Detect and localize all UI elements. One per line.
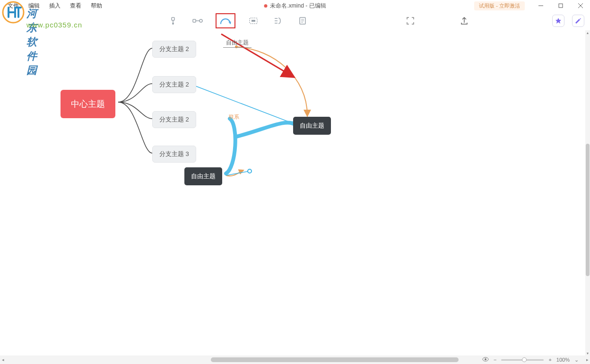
branch-topic-3[interactable]: 分支主题 2 bbox=[152, 111, 196, 128]
zoom-slider[interactable] bbox=[501, 359, 544, 361]
toolbar bbox=[0, 11, 590, 30]
svg-marker-21 bbox=[555, 18, 561, 24]
menu-view[interactable]: 查看 bbox=[65, 2, 86, 10]
menu-bar: 文件 编辑 插入 查看 帮助 未命名.xmind - 已编辑 试用版 - 立即激… bbox=[0, 0, 590, 11]
zoom-in-icon[interactable]: + bbox=[548, 357, 551, 363]
free-topic-2[interactable]: 自由主题 bbox=[184, 167, 222, 185]
scroll-right-arrow-icon[interactable]: ▸ bbox=[584, 357, 590, 362]
summary-icon[interactable] bbox=[271, 14, 285, 27]
free-topic-1[interactable]: 自由主题 bbox=[293, 117, 331, 135]
link-topic-icon[interactable] bbox=[191, 14, 204, 27]
floating-topic-label[interactable]: 自由主题 bbox=[223, 39, 252, 48]
horizontal-scrollbar[interactable]: ◂ ▸ − + 100% ⌄ bbox=[0, 355, 590, 364]
branch-label: 分支主题 2 bbox=[159, 116, 189, 123]
menu-edit[interactable]: 编辑 bbox=[24, 2, 44, 10]
svg-line-26 bbox=[226, 171, 250, 175]
subtopic-icon[interactable] bbox=[166, 14, 180, 27]
theme-button[interactable] bbox=[572, 15, 584, 27]
central-topic[interactable]: 中心主题 bbox=[61, 90, 115, 118]
scroll-left-arrow-icon[interactable]: ◂ bbox=[0, 357, 6, 362]
svg-point-7 bbox=[172, 23, 174, 25]
mindmap-canvas[interactable]: 中心主题 分支主题 2 分支主题 2 分支主题 2 分支主题 3 自由主题 自由… bbox=[0, 30, 585, 355]
svg-rect-2 bbox=[559, 4, 563, 8]
vertical-scroll-thumb[interactable] bbox=[586, 144, 590, 276]
branch-label: 分支主题 2 bbox=[159, 81, 189, 88]
svg-rect-5 bbox=[172, 17, 174, 20]
branch-label: 分支主题 2 bbox=[159, 45, 189, 52]
horizontal-scroll-thumb[interactable] bbox=[211, 357, 459, 362]
relationship-label[interactable]: 联系 bbox=[229, 113, 239, 121]
modified-dot-icon bbox=[264, 4, 267, 8]
free-topic-label: 自由主题 bbox=[300, 122, 324, 129]
branch-topic-1[interactable]: 分支主题 2 bbox=[152, 41, 196, 58]
trial-badge[interactable]: 试用版 - 立即激活 bbox=[474, 1, 525, 10]
menu-insert[interactable]: 插入 bbox=[44, 2, 65, 10]
svg-rect-13 bbox=[252, 20, 255, 22]
svg-rect-8 bbox=[193, 19, 196, 22]
central-topic-label: 中心主题 bbox=[71, 99, 105, 109]
svg-point-10 bbox=[200, 19, 202, 22]
visibility-eye-icon[interactable] bbox=[482, 357, 489, 363]
star-button[interactable] bbox=[552, 15, 564, 27]
close-button[interactable] bbox=[571, 0, 590, 11]
share-icon[interactable] bbox=[458, 14, 471, 27]
maximize-button[interactable] bbox=[551, 0, 570, 11]
zoom-slider-thumb[interactable] bbox=[522, 357, 527, 362]
zoom-value[interactable]: 100% bbox=[556, 357, 570, 363]
boundary-icon[interactable] bbox=[247, 14, 260, 27]
branch-topic-2[interactable]: 分支主题 2 bbox=[152, 76, 196, 93]
zoom-out-icon[interactable]: − bbox=[494, 357, 496, 363]
title-text: 未命名.xmind - 已编辑 bbox=[270, 2, 326, 10]
vertical-scrollbar[interactable]: ▴ ▾ bbox=[585, 30, 590, 355]
svg-point-27 bbox=[248, 169, 252, 173]
svg-point-30 bbox=[485, 358, 486, 360]
minimize-button[interactable] bbox=[531, 0, 550, 11]
scroll-up-arrow-icon[interactable]: ▴ bbox=[585, 30, 590, 35]
scroll-down-arrow-icon[interactable]: ▾ bbox=[585, 351, 590, 355]
menu-help[interactable]: 帮助 bbox=[86, 2, 107, 10]
relationship-icon[interactable] bbox=[216, 13, 235, 28]
fullscreen-icon[interactable] bbox=[404, 14, 417, 27]
branch-topic-4[interactable]: 分支主题 3 bbox=[152, 146, 196, 163]
window-title: 未命名.xmind - 已编辑 bbox=[264, 2, 326, 10]
branch-label: 分支主题 3 bbox=[159, 150, 189, 157]
free-topic-label: 自由主题 bbox=[191, 173, 216, 180]
menu-file[interactable]: 文件 bbox=[3, 2, 24, 10]
svg-line-23 bbox=[194, 86, 295, 124]
zoom-dropdown-icon[interactable]: ⌄ bbox=[574, 357, 579, 363]
status-bar: − + 100% ⌄ bbox=[479, 355, 581, 364]
note-icon[interactable] bbox=[296, 14, 309, 27]
